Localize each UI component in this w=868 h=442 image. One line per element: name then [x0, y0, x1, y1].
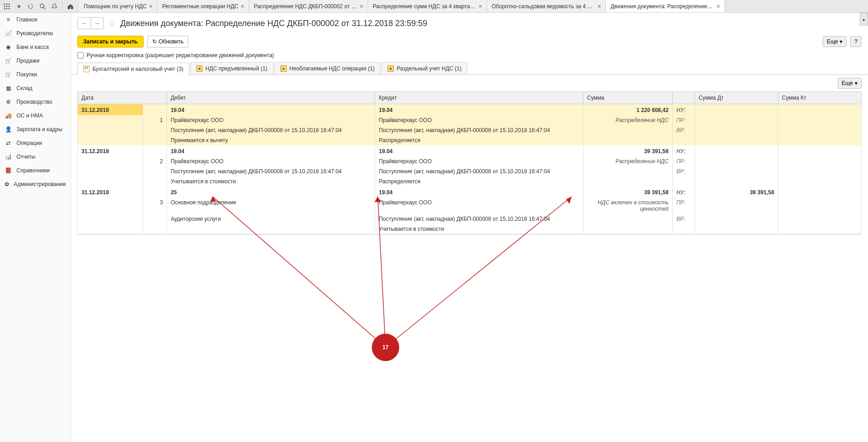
coin-icon: ◉ — [5, 43, 12, 51]
sidebar-label: Операции — [16, 140, 42, 146]
tab-label: Распределение НДС ДКБП-000002 от 31.12..… — [254, 3, 357, 10]
sidebar-label: Производство — [16, 99, 52, 105]
sidebar-item[interactable]: ◉Банк и касса — [0, 40, 70, 54]
top-tab[interactable]: Помощник по учету НДС× — [79, 0, 157, 12]
search-icon[interactable] — [38, 1, 48, 11]
sidebar-label: Продажи — [16, 58, 39, 64]
table-row[interactable]: 1 Прайватерхаус ООО Прайватерхаус ООО Ра… — [78, 115, 862, 125]
sidebar-item[interactable]: 🛒Покупки — [0, 68, 70, 81]
col-kredit[interactable]: Кредит — [375, 92, 583, 104]
col-date[interactable]: Дата — [78, 92, 167, 104]
refresh-button[interactable]: ↻ Обновить — [147, 36, 188, 48]
table-more-button[interactable]: Еще ▾ — [838, 78, 862, 89]
top-tab[interactable]: Регламентные операции НДС× — [157, 0, 249, 12]
sidebar-item[interactable]: 📈Руководителю — [0, 27, 70, 40]
table-row[interactable]: 2 Прайватерхаус ООО Прайватерхаус ООО Ра… — [78, 156, 862, 166]
table-row[interactable]: Принимается к вычету Распределяется — [78, 135, 862, 145]
star-icon[interactable]: ★ — [14, 1, 24, 11]
sidebar-label: Руководителю — [16, 30, 53, 37]
content-area: ← → ☆ Движения документа: Распределение … — [71, 13, 868, 442]
report-icon: 📊 — [5, 153, 12, 160]
table-row[interactable]: 31.12.2018 19.04 19.04 1 220 608,42 НУ: — [78, 104, 862, 116]
close-icon[interactable]: × — [598, 3, 601, 10]
sidebar-label: ОС и НМА — [16, 112, 43, 119]
apps-icon[interactable] — [2, 1, 12, 11]
back-button[interactable]: ← — [78, 18, 91, 29]
close-icon[interactable]: × — [360, 3, 363, 10]
expand-right-icon[interactable]: ▸ — [860, 13, 868, 26]
chevron-down-icon: ▾ — [855, 80, 857, 86]
doc-tab-label: Раздельный учет НДС (1) — [396, 65, 461, 72]
doc-tab[interactable]: ▪Раздельный учет НДС (1) — [381, 62, 467, 75]
manual-edit-checkbox[interactable] — [77, 52, 84, 59]
col-sumkt[interactable]: Сумма Кт — [778, 92, 861, 104]
wrench-icon: ✿ — [5, 181, 9, 188]
tab-badge-icon: ▪ — [387, 65, 394, 72]
table-row[interactable]: 31.12.2018 25 19.04 39 391,58 НУ: 39 391… — [78, 186, 862, 197]
sidebar-item[interactable]: 🚚ОС и НМА — [0, 109, 70, 122]
home-icon: ≡ — [5, 16, 12, 23]
svg-point-5 — [9, 5, 10, 7]
tab-badge-icon: ▪ — [196, 65, 203, 72]
home-icon[interactable] — [65, 1, 75, 11]
close-icon[interactable]: × — [149, 3, 152, 10]
cart2-icon: 🛒 — [5, 71, 12, 78]
table-row[interactable]: Поступление (акт, накладная) ДКБП-000008… — [78, 125, 862, 135]
more-button[interactable]: Еще ▾ — [823, 36, 847, 47]
table-row[interactable]: 31.12.2018 19.04 19.04 39 391,58 НУ: — [78, 145, 862, 156]
favorite-star-icon[interactable]: ☆ — [108, 18, 116, 28]
table-row[interactable]: 3 Основное подразделение Прайватерхаус О… — [78, 197, 862, 214]
svg-point-9 — [40, 4, 44, 8]
doc-tab[interactable]: ▪НДС предъявленный (1) — [190, 62, 273, 75]
forward-button[interactable]: → — [91, 18, 103, 29]
col-sum[interactable]: Сумма — [583, 92, 672, 104]
chart-icon: 📈 — [5, 30, 12, 37]
tab-label: Помощник по учету НДС — [84, 3, 146, 10]
close-icon[interactable]: × — [241, 3, 244, 10]
svg-point-8 — [9, 8, 10, 9]
table-row[interactable]: Поступление (акт, накладная) ДКБП-000008… — [78, 166, 862, 176]
sidebar-item[interactable]: 📊Отчеты — [0, 150, 70, 164]
document-tabs: ᴬᵀБухгалтерский и налоговый учет (3)▪НДС… — [71, 62, 868, 75]
help-button[interactable]: ? — [850, 36, 862, 47]
sidebar-item[interactable]: 🛒Продажи — [0, 54, 70, 68]
sidebar-item[interactable]: ⇄Операции — [0, 136, 70, 150]
gear-icon: ⚙ — [5, 98, 12, 106]
sidebar-item[interactable]: 👤Зарплата и кадры — [0, 122, 70, 136]
tab-label: Распределение сумм НДС за 4 квартал 201.… — [373, 3, 476, 10]
open-tabs: Помощник по учету НДС×Регламентные опера… — [79, 0, 866, 12]
sidebar-label: Покупки — [16, 71, 37, 78]
top-tab[interactable]: Движения документа: Распределение НДС ..… — [606, 0, 725, 12]
doc-tab[interactable]: ▪Необлагаемые НДС операции (1) — [274, 62, 381, 75]
bell-icon[interactable] — [49, 1, 59, 11]
person-icon: 👤 — [5, 126, 12, 133]
sidebar-item[interactable]: ≡Главное — [0, 13, 70, 27]
sidebar-item[interactable]: ▦Склад — [0, 81, 70, 95]
tab-badge-icon: ▪ — [280, 65, 287, 72]
postings-table: Дата Дебет Кредит Сумма Сумма Дт Сумма К… — [77, 91, 862, 234]
top-tab[interactable]: Распределение НДС ДКБП-000002 от 31.12..… — [249, 0, 368, 12]
col-debet[interactable]: Дебет — [167, 92, 375, 104]
sidebar-label: Склад — [16, 85, 32, 91]
top-tab[interactable]: Распределение сумм НДС за 4 квартал 201.… — [368, 0, 487, 12]
top-tab[interactable]: Оборотно-сальдовая ведомость за 4 кварта… — [487, 0, 606, 12]
close-icon[interactable]: × — [717, 3, 720, 10]
save-close-button[interactable]: Записать и закрыть — [77, 36, 144, 48]
doc-tab-label: НДС предъявленный (1) — [205, 65, 267, 72]
svg-point-2 — [9, 3, 10, 5]
system-toolbar: ★ Помощник по учету НДС×Регламентные опе… — [0, 0, 868, 13]
svg-point-6 — [4, 8, 5, 9]
history-icon[interactable] — [26, 1, 36, 11]
sidebar-label: Зарплата и кадры — [16, 126, 62, 133]
sidebar-item[interactable]: 📕Справочники — [0, 164, 70, 177]
sidebar-item[interactable]: ✿Администрирование — [0, 177, 70, 191]
doc-tab[interactable]: ᴬᵀБухгалтерский и налоговый учет (3) — [77, 63, 189, 75]
sidebar-item[interactable]: ⚙Производство — [0, 95, 70, 109]
table-row[interactable]: Аудиторские услуги Поступление (акт, нак… — [78, 214, 862, 224]
close-icon[interactable]: × — [479, 3, 482, 10]
nav-buttons: ← → — [77, 17, 104, 29]
chevron-down-icon: ▾ — [840, 38, 842, 45]
table-row[interactable]: Учитывается в стоимости — [78, 224, 862, 234]
table-row[interactable]: Учитывается в стоимости Распределяется — [78, 176, 862, 186]
col-sumdt[interactable]: Сумма Дт — [695, 92, 778, 104]
